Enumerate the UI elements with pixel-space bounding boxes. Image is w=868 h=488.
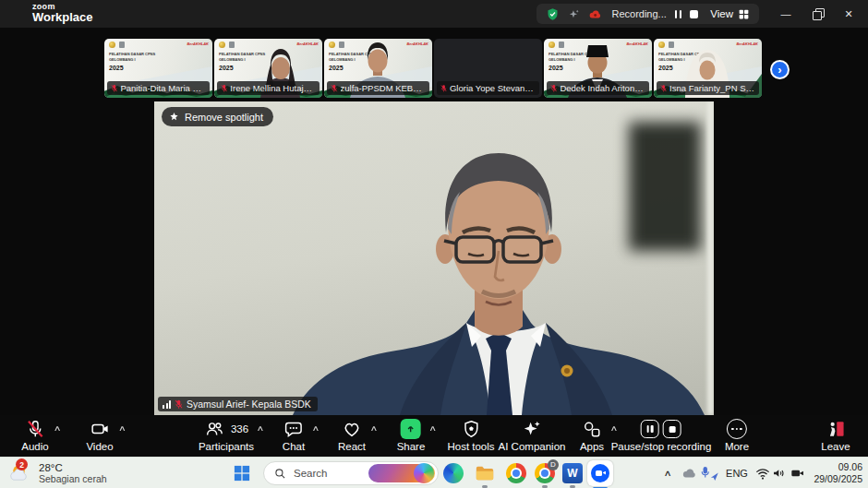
audio-button[interactable]: ∧ Audio [21, 418, 48, 452]
participants-button[interactable]: 336 ∧ Participants [199, 418, 254, 452]
chat-icon [283, 419, 304, 439]
pause-icon[interactable] [641, 420, 659, 438]
view-button-label: View [710, 8, 733, 19]
running-app-indicator [570, 485, 575, 488]
signal-bars-icon [163, 400, 171, 409]
apps-shapes-icon [582, 419, 602, 439]
restore-button[interactable] [802, 0, 833, 28]
file-explorer-app-icon[interactable] [475, 463, 495, 483]
language-indicator[interactable]: ENG [726, 468, 748, 479]
participants-icon [204, 419, 224, 439]
chat-button[interactable]: ∧ Chat [283, 418, 305, 452]
copilot-app-icon[interactable] [414, 463, 434, 483]
meeting-stage: BerAKHLAK PELATIHAN DASAR CPNS GELOMBANG… [0, 28, 868, 415]
edge-app-icon[interactable] [443, 463, 464, 483]
volume-icon[interactable] [772, 467, 787, 480]
meeting-status-pill: Recording... View [536, 4, 759, 24]
participant-tile[interactable]: BerAKHLAK PELATIHAN DASAR CPNS GELOMBANG… [544, 39, 652, 98]
participant-tile[interactable]: BerAKHLAK PELATIHAN DASAR CPNS GELOMBANG… [654, 39, 762, 98]
spotlight-video[interactable]: Remove spotlight Syamsul Arief- Kepala B… [154, 101, 714, 415]
mic-muted-icon [175, 399, 183, 410]
close-icon: ✕ [844, 8, 852, 20]
view-button[interactable]: View [710, 8, 750, 20]
onedrive-cloud-icon[interactable] [681, 467, 698, 480]
chevron-up-icon[interactable]: ∧ [118, 424, 127, 433]
remove-spotlight-label: Remove spotlight [185, 112, 263, 123]
camera-icon [90, 419, 110, 439]
share-arrow-icon [401, 419, 421, 439]
taskbar-search[interactable]: Search [263, 461, 439, 485]
start-icon [234, 465, 250, 482]
apps-button[interactable]: ∧ Apps [580, 418, 604, 452]
share-button[interactable]: ∧ Share [397, 418, 426, 452]
weather-icon: 2 [7, 460, 32, 485]
leave-button[interactable]: Leave [821, 418, 850, 452]
logo-badge-icon [119, 42, 125, 48]
mic-location-icon[interactable] [701, 465, 720, 481]
ai-sparkle-icon [522, 419, 542, 439]
participant-filmstrip: BerAKHLAK PELATIHAN DASAR CPNS GELOMBANG… [104, 39, 762, 98]
speaker-person [154, 101, 714, 415]
leave-door-icon [826, 419, 846, 439]
chevron-up-icon[interactable]: ∧ [54, 424, 62, 433]
participant-name-tag: Isna Farianty_PN Stabat [657, 81, 759, 95]
react-button[interactable]: ∧ React [338, 418, 366, 452]
pause-stop-recording-button[interactable]: Pause/stop recording [611, 418, 712, 452]
restore-icon [814, 10, 822, 18]
profile-badge: D [548, 459, 559, 470]
recording-status-text: Recording... [611, 8, 666, 19]
mic-muted-icon [660, 84, 667, 93]
weather-widget[interactable]: 2 28°C Sebagian cerah [7, 460, 107, 485]
participant-tile[interactable]: BerAKHLAK PELATIHAN DASAR CPNS GELOMBANG… [214, 39, 322, 98]
close-button[interactable]: ✕ [833, 0, 864, 28]
video-button[interactable]: ∧ Video [86, 418, 113, 452]
shield-check-icon [546, 7, 560, 21]
sparkle-icon [568, 8, 580, 20]
pause-icon[interactable] [675, 10, 682, 18]
chrome-profile-app-icon[interactable]: D [535, 463, 555, 483]
running-app-indicator [482, 485, 488, 488]
mic-muted-icon [221, 84, 227, 93]
stop-icon[interactable] [690, 10, 698, 18]
notification-badge: 2 [16, 458, 28, 470]
participant-name-tag: Dedek Indah Aritonan... [547, 81, 649, 95]
clock-date: 29/09/2025 [814, 473, 862, 485]
start-button[interactable] [234, 465, 250, 482]
remove-spotlight-button[interactable]: Remove spotlight [162, 107, 273, 126]
chrome-app-icon[interactable] [506, 463, 526, 483]
speaker-name-text: Syamsul Arief- Kepala BSDK [187, 399, 311, 410]
stop-icon[interactable] [663, 420, 681, 438]
view-grid-icon [738, 8, 750, 20]
participant-tile[interactable]: BerAKHLAK PELATIHAN DASAR CPNS GELOMBANG… [324, 39, 432, 98]
zoom-app-icon[interactable] [587, 460, 613, 486]
speaker-name-tag: Syamsul Arief- Kepala BSDK [158, 397, 318, 411]
search-placeholder: Search [294, 468, 361, 479]
more-button[interactable]: More [725, 418, 749, 452]
tray-chevron-icon[interactable]: ∧ [663, 469, 671, 478]
more-dots-icon [727, 419, 747, 439]
chevron-up-icon[interactable]: ∧ [429, 424, 438, 433]
participant-tile[interactable]: BerAKHLAK PELATIHAN DASAR CPNS GELOMBANG… [104, 39, 212, 98]
next-participants-button[interactable]: › [770, 60, 790, 79]
wifi-icon[interactable] [755, 467, 771, 480]
chevron-up-icon[interactable]: ∧ [257, 424, 265, 433]
record-cloud-icon [588, 8, 603, 20]
mic-muted-icon [331, 84, 338, 93]
window-controls: — ✕ [770, 0, 864, 28]
mic-muted-icon [25, 419, 45, 439]
heart-icon [342, 419, 362, 439]
windows-taskbar: 2 28°C Sebagian cerah Search [0, 457, 868, 488]
host-tools-button[interactable]: Host tools [447, 418, 494, 452]
clock-time: 09.06 [814, 461, 862, 473]
titlebar: zoom Workplace Recording... View [0, 0, 868, 28]
participant-tile[interactable]: Gloria Yope Stevani Br ... [434, 39, 542, 98]
clock[interactable]: 09.06 29/09/2025 [814, 461, 862, 485]
ai-companion-button[interactable]: AI Companion [499, 418, 566, 452]
tray-camera-icon[interactable] [790, 467, 805, 479]
chevron-up-icon[interactable]: ∧ [370, 424, 379, 433]
chevron-up-icon[interactable]: ∧ [312, 424, 320, 433]
word-app-icon[interactable]: W [562, 463, 583, 483]
minimize-button[interactable]: — [770, 0, 802, 28]
running-app-indicator [542, 485, 548, 488]
logo-badge-icon [109, 42, 115, 48]
